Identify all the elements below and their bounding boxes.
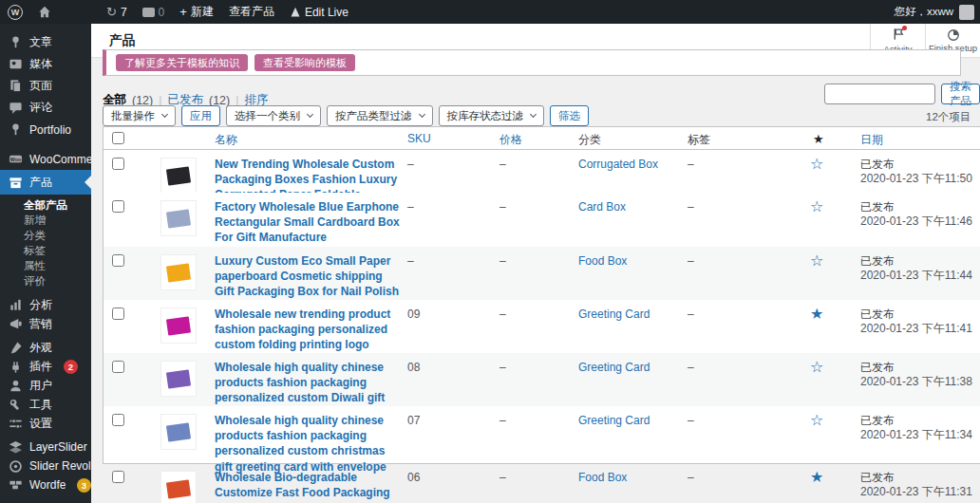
sidebar-item-media[interactable]: 媒体 xyxy=(0,53,91,75)
product-tags: – xyxy=(688,158,694,171)
product-tags: – xyxy=(688,307,694,321)
product-tags: – xyxy=(688,254,694,268)
product-category-link[interactable]: Food Box xyxy=(578,254,627,268)
product-thumbnail[interactable] xyxy=(160,254,197,290)
row-checkbox[interactable] xyxy=(112,254,124,267)
featured-star-toggle[interactable]: ★ xyxy=(810,305,823,323)
select-all-checkbox[interactable] xyxy=(112,132,124,144)
submenu-categories[interactable]: 分类 xyxy=(0,228,91,243)
wordpress-logo-menu[interactable]: W xyxy=(0,0,30,24)
product-date: 已发布 2020-01-23 下午11:50 xyxy=(860,158,972,186)
updates-menu[interactable]: ↻ 7 xyxy=(99,0,135,24)
column-sku[interactable]: SKU xyxy=(407,132,431,145)
product-category-link[interactable]: Card Box xyxy=(578,200,626,214)
view-product-link[interactable]: 查看产品 xyxy=(221,0,282,24)
sidebar-item-pages[interactable]: 页面 xyxy=(0,75,91,97)
column-featured-star: ★ xyxy=(813,132,824,146)
product-category-link[interactable]: Food Box xyxy=(578,471,627,484)
product-tags: – xyxy=(688,361,694,374)
row-checkbox[interactable] xyxy=(112,361,124,373)
pin-icon xyxy=(9,35,23,49)
product-date: 已发布 2020-01-23 下午11:34 xyxy=(860,414,972,442)
product-type-filter-select[interactable]: 按产品类型过滤 xyxy=(327,105,433,126)
product-price: – xyxy=(499,200,506,214)
row-checkbox[interactable] xyxy=(112,471,124,483)
column-date[interactable]: 日期 xyxy=(860,132,883,148)
sidebar-item-slider-revolution[interactable]: Slider Revolution xyxy=(0,456,91,475)
new-content-menu[interactable]: + 新建 xyxy=(172,0,221,24)
featured-star-toggle[interactable]: ☆ xyxy=(810,358,823,376)
row-checkbox[interactable] xyxy=(112,200,124,213)
sidebar-item-plugins[interactable]: 插件 2 xyxy=(0,357,91,376)
product-thumbnail[interactable] xyxy=(160,414,197,450)
search-products-button[interactable]: 搜索产品 xyxy=(941,84,980,104)
sidebar-item-wordfence[interactable]: Wordfence 3 xyxy=(0,475,91,494)
product-title-link[interactable]: Factory Wholesale Blue Earphone Rectangu… xyxy=(215,199,405,246)
row-checkbox[interactable] xyxy=(112,414,124,426)
sidebar-item-layerslider[interactable]: LayerSlider xyxy=(0,438,91,456)
sidebar-item-analytics[interactable]: 分析 xyxy=(0,295,91,314)
featured-star-toggle[interactable]: ☆ xyxy=(810,197,823,215)
submenu-attributes[interactable]: 属性 xyxy=(0,258,91,273)
product-price: – xyxy=(499,414,506,427)
sidebar-item-appearance[interactable]: 外观 xyxy=(0,338,91,357)
sidebar-item-settings[interactable]: 设置 xyxy=(0,414,91,433)
featured-star-toggle[interactable]: ☆ xyxy=(810,411,823,429)
sidebar-item-posts[interactable]: 文章 xyxy=(0,31,91,53)
publish-status: 已发布 xyxy=(860,254,972,269)
items-count: 12个项目 xyxy=(926,110,971,124)
publish-datetime: 2020-01-23 下午11:41 xyxy=(860,322,972,336)
product-category-link[interactable]: Greeting Card xyxy=(578,414,650,427)
product-thumbnail[interactable] xyxy=(160,307,197,344)
row-checkbox[interactable] xyxy=(112,307,124,320)
product-price: – xyxy=(499,361,506,374)
sidebar-item-users[interactable]: 用户 xyxy=(0,376,91,395)
product-category-link[interactable]: Greeting Card xyxy=(578,307,650,321)
submenu-all-products[interactable]: 全部产品 xyxy=(0,197,91,213)
product-thumbnail[interactable] xyxy=(160,361,197,397)
column-name[interactable]: 名称 xyxy=(215,132,237,148)
comments-menu[interactable]: 0 xyxy=(135,0,173,24)
product-price: – xyxy=(499,254,506,268)
sidebar-collapse-menu[interactable]: 收起菜单 xyxy=(0,499,91,503)
sidebar-item-tools[interactable]: 工具 xyxy=(0,395,91,414)
featured-star-toggle[interactable]: ☆ xyxy=(810,155,823,173)
row-checkbox[interactable] xyxy=(112,158,124,170)
apply-button[interactable]: 应用 xyxy=(181,105,220,126)
product-title-link[interactable]: Wholesale high quality chinese products … xyxy=(215,413,405,475)
view-affected-templates-button[interactable]: 查看受影响的模板 xyxy=(254,54,355,71)
plugins-update-badge: 2 xyxy=(64,360,78,374)
publish-status: 已发布 xyxy=(860,361,972,375)
featured-star-toggle[interactable]: ★ xyxy=(810,468,823,486)
product-thumbnail[interactable] xyxy=(160,158,197,194)
product-tags: – xyxy=(688,200,694,214)
stock-status-filter-select[interactable]: 按库存状态过滤 xyxy=(439,105,545,126)
filter-button[interactable]: 筛选 xyxy=(550,105,589,126)
sidebar-item-products[interactable]: 产品 xyxy=(0,170,91,195)
user-avatar[interactable] xyxy=(959,5,974,20)
product-thumbnail[interactable] xyxy=(160,471,197,503)
sidebar-item-woocommerce[interactable]: Woo WooCommerce xyxy=(0,148,91,170)
updates-count: 7 xyxy=(121,6,127,19)
featured-star-toggle[interactable]: ☆ xyxy=(810,252,823,270)
submenu-add-new[interactable]: 新增 xyxy=(0,213,91,228)
sidebar-item-marketing[interactable]: 营销 xyxy=(0,314,91,333)
publish-datetime: 2020-01-23 下午11:31 xyxy=(860,485,972,499)
column-price[interactable]: 价格 xyxy=(499,132,522,148)
category-filter-select[interactable]: 选择一个类别 xyxy=(226,105,321,126)
submenu-tags[interactable]: 标签 xyxy=(0,243,91,258)
bulk-actions-select[interactable]: 批量操作 xyxy=(103,105,176,126)
user-greeting[interactable]: 您好，xxww xyxy=(894,5,953,19)
search-input[interactable] xyxy=(824,84,935,104)
publish-datetime: 2020-01-23 下午11:44 xyxy=(860,269,972,283)
sidebar-item-portfolio[interactable]: Portfolio xyxy=(0,119,91,140)
product-thumbnail[interactable] xyxy=(160,200,197,236)
product-title-link[interactable]: Wholesale Bio-degradable Customize Fast … xyxy=(215,470,405,503)
edit-live-menu[interactable]: Edit Live xyxy=(282,0,356,24)
submenu-reviews[interactable]: 评价 xyxy=(0,273,91,289)
site-home-link[interactable] xyxy=(30,0,59,24)
sidebar-item-comments[interactable]: 评论 xyxy=(0,97,91,119)
product-category-link[interactable]: Greeting Card xyxy=(578,361,650,374)
product-category-link[interactable]: Corrugated Box xyxy=(578,158,658,171)
learn-templates-button[interactable]: 了解更多关于模板的知识 xyxy=(116,54,248,71)
